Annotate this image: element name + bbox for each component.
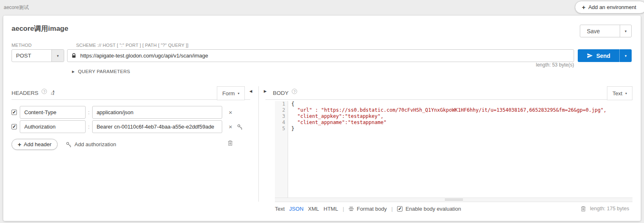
- code-line: 4 "client_appname":"testappname": [275, 120, 632, 126]
- send-label: Send: [596, 53, 610, 59]
- body-code-editor[interactable]: 1 { 2 "url" : "https://ss0.bdstatic.com/…: [275, 101, 632, 198]
- chevron-left-icon: ◀: [249, 89, 252, 93]
- query-parameters-toggle[interactable]: ▶ QUERY PARAMETERS: [72, 69, 130, 74]
- editor-resize-handle[interactable]: [275, 198, 632, 202]
- clear-body-button[interactable]: [581, 206, 586, 212]
- check-icon: ✓: [12, 124, 16, 129]
- delete-headers-button[interactable]: [228, 140, 233, 147]
- send-button[interactable]: Send: [578, 49, 619, 62]
- add-authorization-button[interactable]: Add authorization: [66, 141, 116, 147]
- edit-authorization-button[interactable]: [237, 124, 243, 130]
- method-select[interactable]: POST ▾: [12, 49, 64, 62]
- send-split-button: Send ▾: [578, 49, 632, 62]
- format-body-label: Format body: [357, 206, 387, 212]
- headers-panel-header: HEADERS ? ↓ AZ: [12, 86, 250, 100]
- help-icon[interactable]: ?: [292, 89, 297, 94]
- code-text: }: [288, 126, 294, 132]
- format-align-icon: [349, 207, 354, 211]
- check-icon: ✓: [398, 206, 402, 211]
- code-line: 1 {: [275, 101, 632, 107]
- enable-eval-label: Enable body evaluation: [405, 206, 461, 212]
- send-icon: [587, 53, 593, 59]
- page-title: aecore调用image: [12, 24, 68, 33]
- body-title: BODY: [273, 90, 288, 96]
- code-line: 5 }: [275, 126, 632, 132]
- code-text: {: [288, 101, 294, 107]
- format-body-button[interactable]: Format body: [349, 206, 387, 212]
- divider: |: [343, 206, 344, 212]
- header-value-input[interactable]: [92, 106, 222, 119]
- close-icon: ×: [229, 123, 232, 130]
- save-button[interactable]: Save: [580, 25, 620, 37]
- header-enabled-checkbox[interactable]: ✓: [12, 124, 17, 129]
- enable-body-evaluation-toggle[interactable]: ✓ Enable body evaluation: [397, 206, 461, 212]
- add-environment-button[interactable]: + Add an environment: [575, 1, 644, 14]
- key-icon: [66, 142, 72, 147]
- panel-divider[interactable]: [258, 86, 259, 202]
- code-line: 3 "client_appkey":"testappkey",: [275, 113, 632, 120]
- save-dropdown-button[interactable]: ▾: [620, 25, 631, 37]
- header-row: ✓ : ×: [12, 120, 243, 133]
- add-authorization-label: Add authorization: [74, 141, 116, 147]
- body-footer-right: length: 175 bytes: [581, 205, 629, 212]
- header-separator: :: [88, 109, 90, 115]
- trash-icon: [228, 140, 233, 146]
- sort-headers-icon[interactable]: ↓ AZ: [50, 90, 54, 95]
- code-text: "url" : "https://ss0.bdstatic.com/70cFvH…: [288, 107, 607, 113]
- headers-mode-select[interactable]: Form ▾: [217, 86, 245, 100]
- add-header-button[interactable]: + Add header: [12, 139, 58, 150]
- line-number: 3: [275, 113, 288, 120]
- chevron-down-icon: ▾: [625, 92, 627, 95]
- body-mode-select[interactable]: Text ▾: [607, 86, 632, 100]
- body-type-xml[interactable]: XML: [308, 206, 319, 212]
- chevron-right-icon: ▶: [72, 70, 74, 74]
- method-label: METHOD: [12, 43, 32, 48]
- line-number: 1: [275, 101, 288, 107]
- key-icon: [237, 124, 243, 130]
- headers-actions-row: + Add header Add authorization: [12, 139, 116, 150]
- header-row: ✓ : ×: [12, 106, 232, 119]
- chevron-down-icon: ▾: [625, 29, 627, 33]
- request-card: aecore调用image Save ▾ METHOD SCHEME :// H…: [3, 16, 641, 221]
- code-text: "client_appname":"testappname": [288, 120, 386, 126]
- line-number: 4: [275, 120, 288, 126]
- url-field-wrap: [67, 49, 574, 62]
- add-environment-label: Add an environment: [588, 4, 636, 10]
- remove-header-button[interactable]: ×: [229, 109, 232, 115]
- divider: |: [391, 206, 393, 212]
- line-number: 2: [275, 107, 288, 113]
- close-icon: ×: [229, 109, 232, 116]
- body-type-json[interactable]: JSON: [289, 206, 304, 212]
- body-type-text[interactable]: Text: [275, 206, 285, 212]
- header-name-input[interactable]: [20, 106, 86, 119]
- header-value-input[interactable]: [92, 120, 222, 133]
- headers-title: HEADERS: [12, 90, 38, 96]
- app-title: aecore测试: [4, 4, 29, 11]
- help-icon[interactable]: ?: [42, 89, 47, 94]
- code-text: "client_appkey":"testappkey",: [288, 113, 384, 120]
- header-separator: :: [88, 124, 90, 130]
- method-value: POST: [12, 50, 51, 62]
- add-header-label: Add header: [24, 141, 51, 147]
- header-enabled-checkbox[interactable]: ✓: [12, 110, 17, 115]
- header-name-input[interactable]: [20, 120, 86, 133]
- eval-checkbox[interactable]: ✓: [397, 206, 402, 212]
- body-length-text: length: 175 bytes: [590, 206, 629, 212]
- chevron-down-icon: ▾: [238, 92, 239, 95]
- collapse-headers-panel-button[interactable]: ◀: [249, 89, 252, 93]
- lock-icon: [71, 53, 77, 58]
- remove-header-button[interactable]: ×: [229, 124, 232, 130]
- send-dropdown-button[interactable]: ▾: [619, 49, 632, 62]
- trash-icon: [581, 206, 586, 212]
- plus-icon: +: [582, 4, 586, 10]
- url-length-text: length: 53 byte(s): [536, 62, 574, 68]
- scheme-label: SCHEME :// HOST [ ":" PORT ] [ PATH [ "?…: [76, 43, 188, 48]
- query-parameters-label: QUERY PARAMETERS: [78, 69, 130, 74]
- url-input[interactable]: [67, 49, 574, 62]
- headers-mode-value: Form: [222, 90, 235, 97]
- save-split-button: Save ▾: [580, 25, 632, 37]
- body-type-html[interactable]: HTML: [323, 206, 338, 212]
- plus-icon: +: [18, 141, 21, 147]
- check-icon: ✓: [12, 110, 16, 115]
- body-footer-toolbar: Text JSON XML HTML | Format body | ✓ Ena…: [275, 205, 461, 212]
